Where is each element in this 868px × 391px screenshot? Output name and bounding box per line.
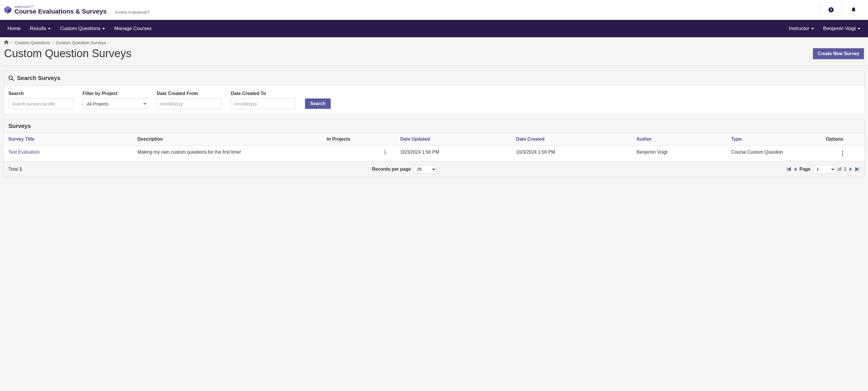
search-panel: Search Surveys Search Filter by Project … [3,70,865,114]
col-date-created[interactable]: Date Created [512,133,632,146]
survey-date-updated: 10/3/2024 1:56 PM [391,146,512,161]
survey-date-created: 10/3/2024 1:56 PM [512,146,632,161]
surveys-table: Survey Title Description In Projects Dat… [4,133,864,161]
table-footer: Total 1 Records per page 25 Page 1 [4,161,864,177]
next-page-icon [849,167,853,171]
survey-type: Course Custom Question [726,146,821,161]
caret-down-icon [48,28,51,29]
pager-prev-button[interactable] [793,167,797,171]
prev-page-icon [793,167,797,171]
total-pages: 1 [844,167,846,172]
notifications-button[interactable] [842,3,865,17]
table-row: Test Evaluation Making my own custom que… [4,146,864,161]
help-button[interactable]: ? [819,3,842,17]
nav-results-label: Results [30,26,46,31]
search-icon [8,76,14,81]
survey-author: Benjamin Voigt [632,146,726,161]
records-label: Records per page [372,167,411,172]
page-title: Custom Question Surveys [4,48,131,60]
search-panel-header: Search Surveys [4,71,864,86]
user-dropdown[interactable]: Benjamin Voigt [819,20,865,37]
breadcrumb-sep: / [53,40,54,45]
pager-last-button[interactable] [855,167,860,172]
search-button[interactable]: Search [305,98,331,109]
pager-next-button[interactable] [849,167,853,171]
app-header: watermark™ Course Evaluations & Surveys … [0,0,868,20]
home-icon [4,40,9,44]
col-type[interactable]: Type [726,133,821,146]
pager: Page 1 of 1 [786,165,860,174]
survey-description: Making my own custom questions for the f… [133,146,322,161]
date-from-label: Date Created From [157,91,222,96]
nav-custom-questions-label: Custom Questions [60,26,100,31]
survey-projects-link[interactable]: 1 [384,150,386,154]
records-per-page: Records per page 25 [372,165,436,174]
caret-down-icon [102,28,105,29]
svg-text:?: ? [830,8,832,12]
svg-line-6 [12,79,13,81]
col-survey-title[interactable]: Survey Title [4,133,133,146]
brand-logo[interactable]: watermark™ Course Evaluations & Surveys … [3,5,150,15]
of-label: of [838,167,841,172]
watermark-logo-icon [3,5,12,14]
main-nav: Home Results Custom Questions Manage Cou… [0,20,868,37]
col-date-updated[interactable]: Date Updated [391,133,512,146]
breadcrumb-current: Custom Question Surveys [56,40,106,45]
page-content: / Custom Questions / Custom Question Sur… [0,37,868,391]
date-from-input[interactable] [157,98,222,109]
create-survey-button[interactable]: Create New Survey [813,48,864,59]
breadcrumb-sep: / [11,40,12,45]
nav-custom-questions[interactable]: Custom Questions [55,20,110,37]
caret-down-icon [811,28,814,29]
nav-manage-courses[interactable]: Manage Courses [110,20,156,37]
records-select[interactable]: 25 [413,165,436,174]
total-count: Total 1 [8,167,22,172]
pager-first-button[interactable] [786,167,791,172]
col-options: Options [821,133,864,146]
col-author[interactable]: Author [632,133,726,146]
search-panel-title: Search Surveys [17,75,60,82]
header-actions: ? [819,3,865,17]
nav-home[interactable]: Home [3,20,25,37]
bell-icon [851,7,857,13]
col-in-projects: In Projects [322,133,391,146]
date-to-label: Date Created To [231,91,296,96]
breadcrumb-custom-questions[interactable]: Custom Questions [14,40,50,45]
user-label: Benjamin Voigt [823,26,856,31]
surveys-panel-header: Surveys [4,119,864,133]
nav-home-label: Home [7,26,21,31]
brand-formerly: formerly EvaluationKIT [111,11,150,14]
role-dropdown[interactable]: Instructor [784,20,819,37]
brand-product: Course Evaluations & Surveys [14,8,106,15]
surveys-panel: Surveys Survey Title Description In Proj… [3,119,865,177]
last-page-icon [855,167,860,172]
breadcrumb: / Custom Questions / Custom Question Sur… [0,37,868,46]
caret-down-icon [858,28,861,29]
page-header: Custom Question Surveys Create New Surve… [0,46,868,66]
breadcrumb-home[interactable] [4,40,9,45]
search-input[interactable] [8,98,73,109]
survey-title-link[interactable]: Test Evaluation [8,150,40,154]
date-to-input[interactable] [231,98,296,109]
page-label: Page [800,167,811,172]
first-page-icon [786,167,791,172]
nav-manage-courses-label: Manage Courses [114,26,152,31]
nav-results[interactable]: Results [25,20,55,37]
brand-text: watermark™ Course Evaluations & Surveys … [14,5,150,15]
help-icon: ? [828,7,834,13]
role-label: Instructor [789,26,809,31]
filter-label: Filter by Project [83,91,148,96]
col-description: Description [133,133,322,146]
row-options-button[interactable] [826,150,860,157]
page-select[interactable]: 1 [813,165,835,174]
search-label: Search [8,91,73,96]
filter-select[interactable]: All Projects [83,98,148,109]
